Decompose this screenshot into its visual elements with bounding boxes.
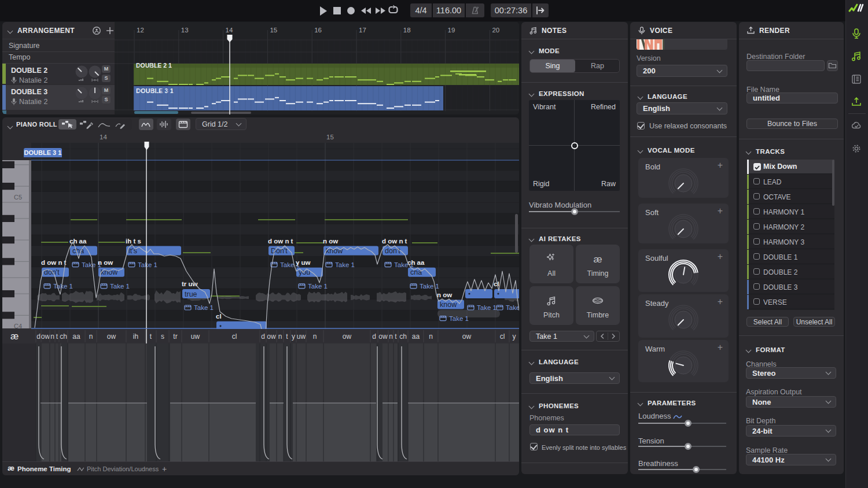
- svg-text:cl: cl: [232, 332, 237, 341]
- svg-text:n ow: n ow: [323, 238, 338, 245]
- svg-text:ch: ch: [60, 332, 67, 341]
- svg-text:cl: cl: [500, 332, 505, 341]
- svg-text:d: d: [372, 332, 376, 341]
- svg-text:ch aa: ch aa: [407, 259, 425, 266]
- svg-text:tr: tr: [173, 332, 177, 341]
- svg-text:uw: uw: [297, 332, 306, 341]
- svg-text:13: 13: [181, 27, 189, 34]
- svg-text:d ow n t: d ow n t: [268, 238, 293, 245]
- svg-text:aa: aa: [412, 332, 420, 341]
- svg-text:y: y: [513, 332, 516, 341]
- svg-text:ow: ow: [41, 332, 50, 341]
- svg-text:it's: it's: [128, 247, 137, 255]
- svg-text:uw: uw: [191, 332, 200, 341]
- svg-text:ow: ow: [107, 332, 116, 341]
- svg-text:ow: ow: [462, 332, 472, 341]
- svg-text:don't: don't: [385, 247, 400, 255]
- svg-text:Take 1: Take 1: [308, 283, 328, 290]
- svg-text:ow: ow: [343, 332, 352, 341]
- svg-text:y uw: y uw: [296, 259, 311, 266]
- svg-text:n ow: n ow: [437, 291, 452, 298]
- svg-text:know: know: [440, 301, 457, 309]
- svg-text:Take 1: Take 1: [335, 261, 355, 268]
- svg-text:19: 19: [448, 27, 455, 34]
- svg-text:æ: æ: [10, 331, 19, 341]
- svg-text:n: n: [278, 332, 282, 341]
- svg-text:Take 1: Take 1: [53, 283, 73, 290]
- svg-text:C5: C5: [14, 194, 22, 201]
- svg-text:ch: ch: [399, 332, 407, 341]
- svg-text:n: n: [50, 332, 54, 341]
- svg-text:ow: ow: [267, 332, 276, 341]
- svg-text:d: d: [261, 332, 265, 341]
- svg-text:y: y: [292, 332, 295, 341]
- svg-text:n: n: [389, 332, 393, 341]
- svg-text:ih: ih: [133, 332, 138, 341]
- svg-text:ih t s: ih t s: [126, 238, 141, 245]
- svg-text:n: n: [313, 332, 317, 341]
- svg-text:d ow n t: d ow n t: [382, 238, 407, 245]
- svg-text:DOUBLE 3 1: DOUBLE 3 1: [136, 87, 174, 94]
- svg-text:Take 1: Take 1: [110, 283, 130, 290]
- svg-text:Take 1: Take 1: [477, 304, 496, 311]
- svg-text:n: n: [89, 332, 93, 341]
- svg-text:Take 1: Take 1: [506, 304, 519, 311]
- svg-text:aa: aa: [72, 332, 80, 341]
- svg-text:C4: C4: [14, 323, 22, 329]
- svg-text:ow: ow: [378, 332, 388, 341]
- svg-text:d ow n t: d ow n t: [41, 259, 67, 266]
- svg-text:s: s: [161, 332, 164, 341]
- svg-text:n ow: n ow: [98, 259, 113, 266]
- svg-text:æ: æ: [593, 254, 602, 265]
- svg-text:know: know: [326, 247, 343, 255]
- svg-text:Take 1: Take 1: [138, 261, 157, 268]
- svg-text:20: 20: [492, 27, 499, 34]
- svg-text:15: 15: [270, 27, 277, 34]
- svg-text:17: 17: [359, 27, 366, 34]
- svg-text:Take 1: Take 1: [194, 304, 214, 311]
- svg-text:d: d: [36, 332, 41, 341]
- svg-text:cl: cl: [216, 313, 222, 320]
- svg-text:Take 1: Take 1: [420, 283, 439, 290]
- svg-text:18: 18: [403, 27, 411, 34]
- svg-text:14: 14: [226, 27, 233, 34]
- svg-text:Take 1: Take 1: [449, 315, 469, 322]
- svg-text:cl: cl: [494, 280, 499, 287]
- svg-text:12: 12: [137, 27, 144, 34]
- svg-text:true: true: [185, 290, 197, 298]
- svg-text:16: 16: [314, 27, 322, 34]
- svg-text:DOUBLE 2 1: DOUBLE 2 1: [136, 62, 172, 69]
- svg-text:n: n: [429, 332, 433, 341]
